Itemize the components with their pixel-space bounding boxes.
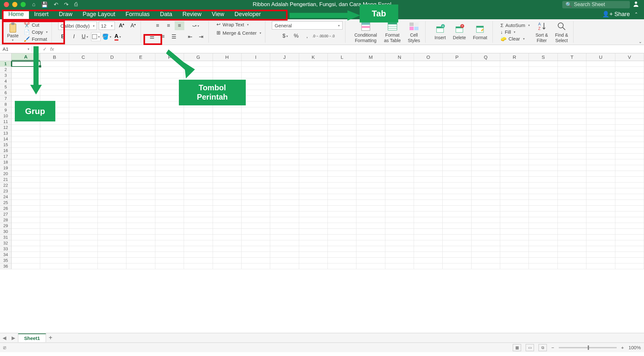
cell[interactable] [40,84,69,90]
cell[interactable] [12,240,40,246]
align-middle-button[interactable]: ≡ [164,21,173,30]
cell[interactable] [500,96,529,102]
cell[interactable] [299,113,328,119]
cell[interactable] [242,107,270,113]
row-header-31[interactable]: 31 [0,235,12,240]
cell[interactable] [356,188,385,194]
cell[interactable] [558,142,586,148]
cell[interactable] [356,154,385,159]
cell[interactable] [69,78,98,84]
cell[interactable] [615,125,644,130]
cell[interactable] [213,223,242,229]
cell[interactable] [299,154,328,159]
cell[interactable] [69,96,98,102]
cell[interactable] [615,252,644,258]
cell[interactable] [615,90,644,96]
cell[interactable] [558,130,586,136]
cell[interactable] [414,194,443,200]
cell[interactable] [500,258,529,263]
cell[interactable] [242,165,270,171]
insert-cells-button[interactable]: + Insert [432,23,448,40]
cell[interactable] [472,206,500,211]
column-header-F[interactable]: F [155,53,184,61]
find-select-button[interactable]: Find & Select [553,21,571,43]
cell[interactable] [270,61,299,67]
cell[interactable] [126,258,155,263]
align-left-button[interactable]: ☰ [147,32,157,41]
cell[interactable] [472,188,500,194]
row-header-36[interactable]: 36 [0,263,12,269]
cell[interactable] [270,240,299,246]
cell[interactable] [242,159,270,165]
cell[interactable] [443,102,471,107]
cell[interactable] [615,107,644,113]
cell[interactable] [472,182,500,188]
cell[interactable] [385,102,414,107]
cell[interactable] [126,177,155,182]
cell[interactable] [126,235,155,240]
column-header-H[interactable]: H [213,53,242,61]
cell[interactable] [558,258,586,263]
cell[interactable] [443,240,471,246]
cell[interactable] [414,113,443,119]
cell[interactable] [184,188,213,194]
cell[interactable] [299,200,328,206]
cell[interactable] [270,130,299,136]
cell[interactable] [500,246,529,252]
italic-button[interactable]: I [69,32,79,41]
cell[interactable] [270,171,299,177]
cell[interactable] [328,113,356,119]
cell[interactable] [155,130,184,136]
cell[interactable] [500,78,529,84]
cell[interactable] [586,67,615,73]
cell[interactable] [213,211,242,217]
minimize-window-button[interactable] [12,2,17,7]
cell[interactable] [500,73,529,78]
cell[interactable] [299,102,328,107]
cell[interactable] [558,165,586,171]
cell[interactable] [385,119,414,125]
cell[interactable] [184,136,213,142]
cell[interactable] [213,258,242,263]
cell[interactable] [299,125,328,130]
cell[interactable] [443,142,471,148]
cell[interactable] [328,90,356,96]
decrease-decimal-button[interactable]: .00→.0 [324,31,334,40]
cell[interactable] [472,258,500,263]
search-sheet-input[interactable]: 🔍 Search Sheet [562,1,630,8]
cell[interactable] [155,200,184,206]
cell[interactable] [299,73,328,78]
cell[interactable] [558,61,586,67]
cell[interactable] [69,67,98,73]
cell[interactable] [270,113,299,119]
cell[interactable] [69,240,98,246]
cell[interactable] [299,240,328,246]
cell[interactable] [356,78,385,84]
cell[interactable] [328,148,356,154]
cell[interactable] [213,165,242,171]
cell[interactable] [356,113,385,119]
row-header-9[interactable]: 9 [0,107,12,113]
cell[interactable] [98,206,126,211]
cell[interactable] [155,194,184,200]
cell[interactable] [184,67,213,73]
cell[interactable] [155,119,184,125]
cell[interactable] [385,90,414,96]
cell[interactable] [615,263,644,269]
cell[interactable] [213,130,242,136]
cell[interactable] [414,61,443,67]
cell[interactable] [328,240,356,246]
cell[interactable] [500,154,529,159]
cell[interactable] [242,136,270,142]
cell[interactable] [472,142,500,148]
row-header-32[interactable]: 32 [0,240,12,246]
cell[interactable] [12,125,40,130]
cell[interactable] [529,159,557,165]
cell[interactable] [472,211,500,217]
cell[interactable] [558,206,586,211]
cell[interactable] [472,61,500,67]
cell[interactable] [270,159,299,165]
redo-icon[interactable]: ↷ [64,1,69,8]
cell[interactable] [69,206,98,211]
cell[interactable] [270,96,299,102]
